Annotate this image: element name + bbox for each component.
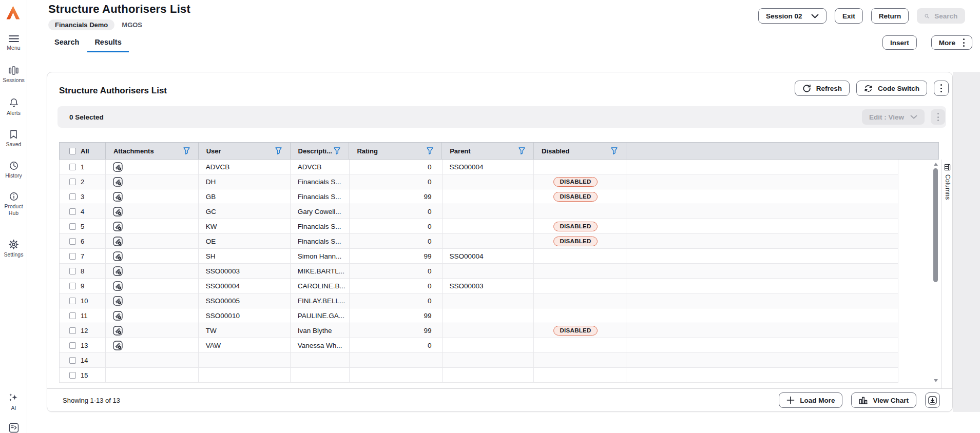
attachment-icon[interactable] xyxy=(113,326,123,336)
view-chart-button[interactable]: View Chart xyxy=(851,392,916,408)
cell-disabled xyxy=(534,204,626,219)
filter-icon[interactable] xyxy=(611,147,618,154)
load-more-button[interactable]: Load More xyxy=(779,392,842,408)
tab-search[interactable]: Search xyxy=(47,36,86,52)
row-number: 1 xyxy=(81,163,84,171)
code-switch-button[interactable]: Code Switch xyxy=(856,81,927,96)
return-button[interactable]: Return xyxy=(871,8,909,24)
column-label: Parent xyxy=(450,147,470,155)
search-button[interactable]: Search xyxy=(917,8,965,24)
cell-attachments xyxy=(106,338,199,352)
attachment-icon[interactable] xyxy=(113,237,123,246)
cell-disabled xyxy=(534,249,626,263)
sidebar-item-saved[interactable]: Saved xyxy=(0,130,27,148)
attachment-icon[interactable] xyxy=(113,222,123,231)
row-checkbox[interactable] xyxy=(69,223,76,230)
header-cell[interactable]: Rating xyxy=(349,143,442,159)
scroll-up-arrow[interactable] xyxy=(934,163,938,166)
cell-description: Simon Hann... xyxy=(291,249,350,263)
cell-description: Financials S... xyxy=(291,189,350,204)
row-checkbox[interactable] xyxy=(69,179,76,185)
cell-user: SSO00010 xyxy=(199,308,291,323)
sidebar-item-panel-toggle[interactable] xyxy=(0,423,27,433)
attachment-icon[interactable] xyxy=(113,162,123,172)
cell-attachments xyxy=(106,279,199,293)
sidebar-item-label: History xyxy=(5,172,22,179)
select-all-checkbox[interactable] xyxy=(69,148,76,154)
row-checkbox[interactable] xyxy=(69,372,76,379)
cell-filler xyxy=(626,323,898,338)
header-cell[interactable]: User xyxy=(199,143,291,159)
row-checkbox[interactable] xyxy=(69,164,76,170)
table-scrollbar[interactable] xyxy=(933,162,939,383)
header-cell[interactable]: Parent xyxy=(442,143,534,159)
sidebar-item-menu[interactable]: Menu xyxy=(0,35,27,51)
header-cell[interactable]: Attachments xyxy=(106,143,199,159)
refresh-button[interactable]: Refresh xyxy=(795,81,850,96)
sidebar-item-settings[interactable]: Settings xyxy=(0,240,27,258)
filter-icon[interactable] xyxy=(275,147,282,154)
filter-icon[interactable] xyxy=(183,147,190,154)
row-checkbox[interactable] xyxy=(69,312,76,319)
columns-side-tab[interactable]: Columns xyxy=(941,160,953,389)
exit-button[interactable]: Exit xyxy=(835,8,863,24)
attachment-icon[interactable] xyxy=(113,266,123,276)
row-checkbox[interactable] xyxy=(69,283,76,289)
attachment-icon[interactable] xyxy=(113,207,123,216)
row-checkbox[interactable] xyxy=(69,208,76,215)
columns-tab-label: Columns xyxy=(944,174,951,200)
filter-icon[interactable] xyxy=(427,147,433,154)
sidebar-item-alerts[interactable]: Alerts xyxy=(0,98,27,116)
kebab-icon xyxy=(937,112,939,122)
session-select-button[interactable]: Session 02 xyxy=(758,8,827,24)
scroll-down-arrow[interactable] xyxy=(934,379,938,382)
filter-icon[interactable] xyxy=(334,147,340,154)
cell-rating xyxy=(350,368,443,382)
panel-kebab-button[interactable] xyxy=(934,81,949,96)
table-row: 1ADVCBADVCB0SSO00004 xyxy=(60,160,898,174)
sidebar-item-history[interactable]: History xyxy=(0,161,27,179)
insert-button[interactable]: Insert xyxy=(882,35,917,50)
sidebar-item-label: Saved xyxy=(6,141,22,148)
bell-icon xyxy=(9,98,18,108)
attachment-icon[interactable] xyxy=(113,341,123,350)
row-checkbox[interactable] xyxy=(69,298,76,304)
tab-results[interactable]: Results xyxy=(87,36,128,52)
attachment-icon[interactable] xyxy=(113,296,123,306)
cell-select: 1 xyxy=(60,160,106,174)
row-checkbox[interactable] xyxy=(69,268,76,274)
sidebar-item-ai[interactable]: AI xyxy=(0,393,27,411)
row-checkbox[interactable] xyxy=(69,342,76,349)
attachment-icon[interactable] xyxy=(113,251,123,261)
brand-logo[interactable] xyxy=(5,5,21,21)
attachment-icon[interactable] xyxy=(113,281,123,291)
gear-icon xyxy=(9,240,18,249)
row-checkbox[interactable] xyxy=(69,327,76,334)
session-toolbar: Session 02 Exit Return Search xyxy=(758,8,965,24)
selection-kebab-button[interactable] xyxy=(931,109,945,125)
row-checkbox[interactable] xyxy=(69,238,76,245)
sidebar-item-label: Sessions xyxy=(3,77,25,84)
more-button[interactable]: More xyxy=(931,35,972,50)
cell-parent: SSO00004 xyxy=(443,160,534,174)
sidebar-item-sessions[interactable]: Sessions xyxy=(0,66,27,84)
cell-filler xyxy=(626,234,898,248)
cell-select: 12 xyxy=(60,323,106,338)
attachment-icon[interactable] xyxy=(113,311,123,321)
row-checkbox[interactable] xyxy=(69,193,76,200)
row-checkbox[interactable] xyxy=(69,253,76,260)
attachment-icon[interactable] xyxy=(113,192,123,202)
header-cell[interactable]: Disabled xyxy=(534,143,626,159)
cell-filler xyxy=(626,368,898,382)
scrollbar-thumb[interactable] xyxy=(933,168,938,282)
filter-icon[interactable] xyxy=(518,147,525,154)
cell-description xyxy=(291,353,350,367)
download-button[interactable] xyxy=(925,392,940,408)
edit-mode-label: Edit : View xyxy=(869,113,904,121)
sidebar-item-product-hub[interactable]: Product Hub xyxy=(0,192,27,216)
edit-mode-dropdown[interactable]: Edit : View xyxy=(862,109,925,125)
attachment-icon[interactable] xyxy=(113,177,123,187)
header-cell[interactable]: Descripti... xyxy=(291,143,350,159)
cell-user: KW xyxy=(199,219,291,233)
row-checkbox[interactable] xyxy=(69,357,76,364)
